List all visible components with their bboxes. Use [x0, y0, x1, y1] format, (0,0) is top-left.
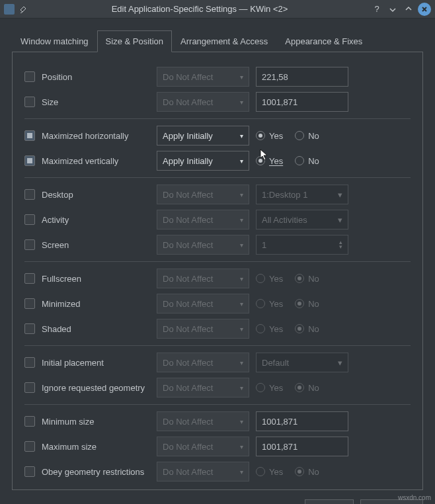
obey-geom-mode-select[interactable]: Do Not Affect▾: [157, 462, 249, 482]
max-h-yes-radio[interactable]: Yes: [256, 131, 283, 141]
chevron-down-icon: ▾: [240, 443, 243, 450]
row-max-size: Maximum size Do Not Affect▾ 1001,871: [24, 434, 411, 459]
chevron-down-icon: ▾: [240, 275, 243, 282]
close-button[interactable]: [418, 3, 431, 16]
max-size-label: Maximum size: [42, 442, 97, 452]
obey-geom-yes-radio[interactable]: Yes: [256, 467, 283, 477]
max-v-no-radio[interactable]: No: [295, 156, 319, 166]
shaded-yes-radio[interactable]: Yes: [256, 324, 283, 334]
titlebar: Edit Application-Specific Settings — KWi…: [0, 0, 435, 19]
tab-window-matching[interactable]: Window matching: [12, 30, 97, 52]
shaded-checkbox[interactable]: [24, 323, 35, 334]
screen-value-spin[interactable]: 1▴▾: [256, 235, 348, 255]
minimized-yes-radio[interactable]: Yes: [256, 299, 283, 309]
maximize-button[interactable]: [402, 3, 415, 16]
row-obey-geom: Obey geometry restrictions Do Not Affect…: [24, 459, 411, 484]
max-size-value[interactable]: 1001,871: [256, 437, 348, 456]
max-size-checkbox[interactable]: [24, 441, 35, 452]
chevron-down-icon: ▾: [240, 191, 243, 198]
app-icon: [4, 4, 15, 15]
screen-checkbox[interactable]: [24, 239, 35, 250]
max-h-mode-select[interactable]: Apply Initially▾: [157, 126, 249, 146]
size-checkbox[interactable]: [24, 97, 35, 107]
size-value[interactable]: 1001,871: [256, 92, 348, 112]
min-size-label: Minimum size: [42, 417, 94, 427]
ignore-geom-yes-radio[interactable]: Yes: [256, 383, 283, 393]
min-size-value[interactable]: 1001,871: [256, 411, 348, 431]
max-size-mode-select[interactable]: Do Not Affect▾: [157, 437, 249, 456]
fullscreen-checkbox[interactable]: [24, 273, 35, 284]
obey-geom-no-radio[interactable]: No: [295, 467, 319, 477]
size-mode-select[interactable]: Do Not Affect▾: [157, 92, 249, 112]
minimize-button[interactable]: [386, 3, 399, 16]
minimized-checkbox[interactable]: [24, 298, 35, 309]
help-button[interactable]: ?: [370, 3, 383, 16]
minimized-label: Minimized: [42, 299, 81, 309]
ignore-geom-label: Ignore requested geometry: [42, 383, 145, 393]
min-size-mode-select[interactable]: Do Not Affect▾: [157, 411, 249, 431]
fullscreen-no-radio[interactable]: No: [295, 274, 319, 284]
screen-mode-select[interactable]: Do Not Affect▾: [157, 235, 249, 255]
obey-geom-checkbox[interactable]: [24, 466, 35, 477]
separator: [24, 118, 411, 119]
obey-geom-label: Obey geometry restrictions: [42, 467, 144, 477]
ignore-geom-no-radio[interactable]: No: [295, 383, 319, 393]
initial-placement-checkbox[interactable]: [24, 357, 35, 368]
max-h-checkbox[interactable]: [24, 130, 35, 141]
max-v-mode-select[interactable]: Apply Initially▾: [157, 151, 249, 171]
size-label: Size: [42, 97, 58, 107]
row-size: Size Do Not Affect▾ 1001,871: [24, 89, 411, 114]
chevron-down-icon: ▾: [338, 358, 342, 368]
desktop-value-select[interactable]: 1:Desktop 1▾: [256, 185, 348, 204]
position-value[interactable]: 221,58: [256, 67, 348, 87]
chevron-down-icon: ▾: [240, 216, 243, 224]
desktop-checkbox[interactable]: [24, 189, 35, 200]
row-screen: Screen Do Not Affect▾ 1▴▾: [24, 232, 411, 257]
position-checkbox[interactable]: [24, 71, 35, 82]
position-mode-select[interactable]: Do Not Affect▾: [157, 67, 249, 87]
desktop-mode-select[interactable]: Do Not Affect▾: [157, 185, 249, 204]
ok-button[interactable]: OK: [305, 499, 353, 504]
activity-checkbox[interactable]: [24, 214, 35, 225]
chevron-down-icon: ▾: [240, 99, 243, 106]
activity-value-select[interactable]: All Activities▾: [256, 210, 348, 230]
row-min-size: Minimum size Do Not Affect▾ 1001,871: [24, 409, 411, 434]
row-max-h: Maximized horizontally Apply Initially▾ …: [24, 123, 411, 148]
activity-mode-select[interactable]: Do Not Affect▾: [157, 210, 249, 230]
max-v-yes-radio[interactable]: Yes: [256, 156, 283, 166]
pin-icon[interactable]: [19, 5, 28, 14]
initial-placement-value-select[interactable]: Default▾: [256, 353, 348, 372]
max-h-label: Maximized horizontally: [42, 131, 129, 141]
tab-arrangement-access[interactable]: Arrangement & Access: [172, 30, 276, 52]
chevron-down-icon: ▾: [338, 215, 342, 225]
separator: [24, 404, 411, 405]
shaded-mode-select[interactable]: Do Not Affect▾: [157, 319, 249, 339]
initial-placement-mode-select[interactable]: Do Not Affect▾: [157, 353, 249, 372]
chevron-down-icon: ▾: [240, 157, 243, 165]
minimized-mode-select[interactable]: Do Not Affect▾: [157, 294, 249, 314]
ignore-geom-mode-select[interactable]: Do Not Affect▾: [157, 378, 249, 398]
chevron-down-icon: ▾: [240, 241, 243, 249]
max-v-checkbox[interactable]: [24, 155, 35, 166]
separator: [24, 177, 411, 178]
row-max-v: Maximized vertically Apply Initially▾ Ye…: [24, 148, 411, 173]
max-v-label: Maximized vertically: [42, 156, 118, 166]
minimized-no-radio[interactable]: No: [295, 299, 319, 309]
separator: [24, 261, 411, 262]
tab-bar: Window matching Size & Position Arrangem…: [12, 30, 423, 52]
tab-size-position[interactable]: Size & Position: [97, 30, 172, 52]
row-fullscreen: Fullscreen Do Not Affect▾ Yes No: [24, 266, 411, 291]
shaded-no-radio[interactable]: No: [295, 324, 319, 334]
spinner-icon: ▴▾: [339, 240, 342, 249]
row-shaded: Shaded Do Not Affect▾ Yes No: [24, 316, 411, 341]
separator: [24, 345, 411, 346]
min-size-checkbox[interactable]: [24, 416, 35, 427]
ignore-geom-checkbox[interactable]: [24, 382, 35, 393]
max-h-no-radio[interactable]: No: [295, 131, 319, 141]
fullscreen-mode-select[interactable]: Do Not Affect▾: [157, 269, 249, 288]
chevron-down-icon: ▾: [240, 325, 243, 333]
chevron-down-icon: ▾: [240, 132, 243, 140]
row-initial-placement: Initial placement Do Not Affect▾ Default…: [24, 350, 411, 375]
fullscreen-yes-radio[interactable]: Yes: [256, 274, 283, 284]
tab-appearance-fixes[interactable]: Appearance & Fixes: [276, 30, 371, 52]
